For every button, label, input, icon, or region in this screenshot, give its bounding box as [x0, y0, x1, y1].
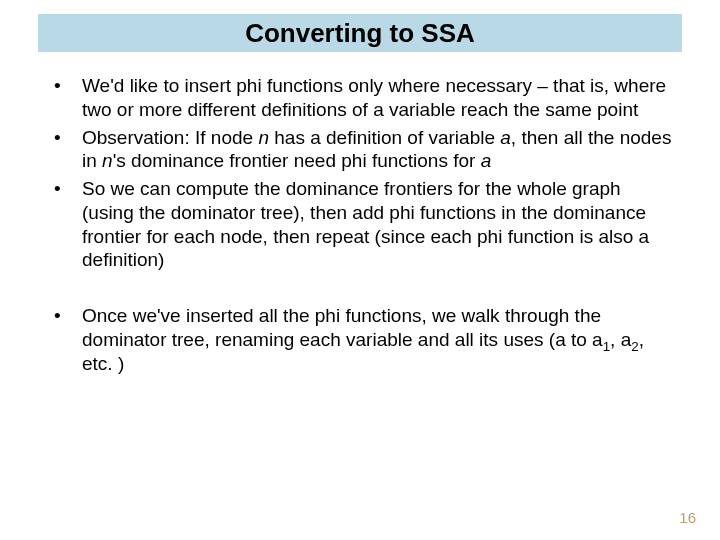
- bullet-text-part: , a: [610, 329, 631, 350]
- title-bar: Converting to SSA: [38, 14, 682, 52]
- bullet-text: So we can compute the dominance frontier…: [82, 178, 649, 270]
- italic-a: a: [481, 150, 492, 171]
- bullet-item: Once we've inserted all the phi function…: [48, 304, 676, 375]
- page-number: 16: [679, 509, 696, 526]
- bullet-text: We'd like to insert phi functions only w…: [82, 75, 666, 120]
- spacer: [48, 276, 676, 304]
- bullet-text-part: has a definition of variable: [269, 127, 500, 148]
- bullet-text-part: Observation: If node: [82, 127, 258, 148]
- bullet-text-part: Once we've inserted all the phi function…: [82, 305, 603, 350]
- slide-body: We'd like to insert phi functions only w…: [48, 74, 676, 379]
- slide-title: Converting to SSA: [245, 18, 475, 49]
- subscript: 2: [631, 339, 638, 354]
- slide: Converting to SSA We'd like to insert ph…: [0, 0, 720, 540]
- bullet-item: Observation: If node n has a definition …: [48, 126, 676, 174]
- italic-a: a: [500, 127, 511, 148]
- bullet-list-1: We'd like to insert phi functions only w…: [48, 74, 676, 272]
- bullet-list-2: Once we've inserted all the phi function…: [48, 304, 676, 375]
- italic-n: n: [258, 127, 269, 148]
- bullet-text-part: 's dominance frontier need phi functions…: [113, 150, 481, 171]
- italic-n: n: [102, 150, 113, 171]
- bullet-item: We'd like to insert phi functions only w…: [48, 74, 676, 122]
- bullet-item: So we can compute the dominance frontier…: [48, 177, 676, 272]
- subscript: 1: [603, 339, 610, 354]
